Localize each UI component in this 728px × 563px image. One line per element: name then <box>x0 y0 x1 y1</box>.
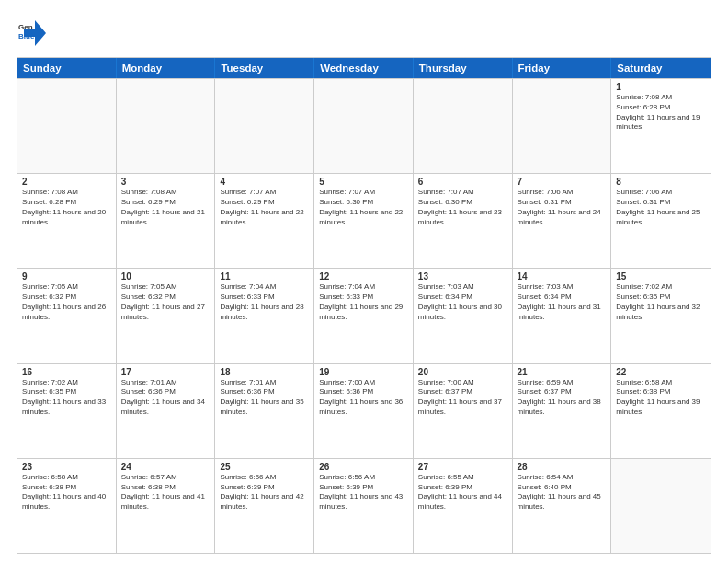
day-info: Sunrise: 7:07 AM Sunset: 6:30 PM Dayligh… <box>418 188 507 227</box>
day-number: 6 <box>418 177 507 187</box>
day-cell-2: 2Sunrise: 7:08 AM Sunset: 6:28 PM Daylig… <box>17 174 117 268</box>
day-cell-22: 22Sunrise: 6:58 AM Sunset: 6:38 PM Dayli… <box>611 364 711 458</box>
empty-cell <box>17 79 117 173</box>
day-info: Sunrise: 6:59 AM Sunset: 6:37 PM Dayligh… <box>518 378 607 418</box>
empty-cell <box>414 79 513 173</box>
weekday-header-saturday: Saturday <box>611 58 711 78</box>
week-row-4: 16Sunrise: 7:02 AM Sunset: 6:35 PM Dayli… <box>17 363 711 458</box>
day-cell-17: 17Sunrise: 7:01 AM Sunset: 6:36 PM Dayli… <box>117 364 216 458</box>
day-cell-19: 19Sunrise: 7:00 AM Sunset: 6:36 PM Dayli… <box>314 364 414 458</box>
weekday-header-tuesday: Tuesday <box>215 58 314 78</box>
week-row-1: 1Sunrise: 7:08 AM Sunset: 6:28 PM Daylig… <box>17 78 711 173</box>
day-cell-18: 18Sunrise: 7:01 AM Sunset: 6:36 PM Dayli… <box>215 364 314 458</box>
week-row-2: 2Sunrise: 7:08 AM Sunset: 6:28 PM Daylig… <box>17 173 711 268</box>
logo-icon: Gen Blue <box>17 17 50 50</box>
day-info: Sunrise: 7:08 AM Sunset: 6:28 PM Dayligh… <box>616 93 706 132</box>
day-number: 25 <box>220 462 309 472</box>
day-number: 21 <box>518 367 607 377</box>
day-info: Sunrise: 7:00 AM Sunset: 6:37 PM Dayligh… <box>418 378 507 418</box>
day-number: 18 <box>220 367 309 377</box>
day-cell-6: 6Sunrise: 7:07 AM Sunset: 6:30 PM Daylig… <box>414 174 513 268</box>
day-info: Sunrise: 6:56 AM Sunset: 6:39 PM Dayligh… <box>319 473 408 512</box>
day-cell-5: 5Sunrise: 7:07 AM Sunset: 6:30 PM Daylig… <box>314 174 414 268</box>
day-number: 22 <box>616 367 706 377</box>
day-number: 10 <box>121 271 210 282</box>
day-cell-4: 4Sunrise: 7:07 AM Sunset: 6:29 PM Daylig… <box>215 174 314 268</box>
day-info: Sunrise: 6:56 AM Sunset: 6:39 PM Dayligh… <box>220 473 309 512</box>
day-info: Sunrise: 7:07 AM Sunset: 6:30 PM Dayligh… <box>319 188 408 227</box>
day-info: Sunrise: 7:01 AM Sunset: 6:36 PM Dayligh… <box>121 378 210 418</box>
day-info: Sunrise: 6:54 AM Sunset: 6:40 PM Dayligh… <box>518 473 607 512</box>
day-cell-13: 13Sunrise: 7:03 AM Sunset: 6:34 PM Dayli… <box>414 269 513 362</box>
calendar-header: SundayMondayTuesdayWednesdayThursdayFrid… <box>17 58 711 78</box>
page: Gen Blue SundayMondayTuesdayWednesdayThu… <box>0 0 728 563</box>
day-info: Sunrise: 7:08 AM Sunset: 6:29 PM Dayligh… <box>121 188 210 227</box>
day-info: Sunrise: 7:03 AM Sunset: 6:34 PM Dayligh… <box>518 282 607 322</box>
week-row-3: 9Sunrise: 7:05 AM Sunset: 6:32 PM Daylig… <box>17 268 711 362</box>
svg-text:Gen: Gen <box>18 23 33 31</box>
day-info: Sunrise: 6:55 AM Sunset: 6:39 PM Dayligh… <box>418 473 507 512</box>
day-cell-26: 26Sunrise: 6:56 AM Sunset: 6:39 PM Dayli… <box>314 459 414 553</box>
day-info: Sunrise: 6:58 AM Sunset: 6:38 PM Dayligh… <box>616 378 706 418</box>
day-number: 8 <box>616 177 706 187</box>
day-cell-15: 15Sunrise: 7:02 AM Sunset: 6:35 PM Dayli… <box>611 269 711 362</box>
day-cell-28: 28Sunrise: 6:54 AM Sunset: 6:40 PM Dayli… <box>513 459 612 553</box>
empty-cell <box>215 79 314 173</box>
day-info: Sunrise: 7:00 AM Sunset: 6:36 PM Dayligh… <box>319 378 408 418</box>
day-cell-23: 23Sunrise: 6:58 AM Sunset: 6:38 PM Dayli… <box>17 459 117 553</box>
day-cell-3: 3Sunrise: 7:08 AM Sunset: 6:29 PM Daylig… <box>117 174 216 268</box>
day-info: Sunrise: 7:06 AM Sunset: 6:31 PM Dayligh… <box>616 188 706 227</box>
empty-cell <box>611 459 711 553</box>
day-cell-10: 10Sunrise: 7:05 AM Sunset: 6:32 PM Dayli… <box>117 269 216 362</box>
day-info: Sunrise: 7:03 AM Sunset: 6:34 PM Dayligh… <box>418 282 507 322</box>
day-number: 28 <box>518 462 607 472</box>
day-number: 12 <box>319 271 408 282</box>
day-number: 27 <box>418 462 507 472</box>
day-cell-20: 20Sunrise: 7:00 AM Sunset: 6:37 PM Dayli… <box>414 364 513 458</box>
day-number: 24 <box>121 462 210 472</box>
day-info: Sunrise: 7:02 AM Sunset: 6:35 PM Dayligh… <box>616 282 706 322</box>
weekday-header-sunday: Sunday <box>17 58 117 78</box>
day-info: Sunrise: 6:57 AM Sunset: 6:38 PM Dayligh… <box>121 473 210 512</box>
day-info: Sunrise: 7:04 AM Sunset: 6:33 PM Dayligh… <box>319 282 408 322</box>
day-number: 15 <box>616 271 706 282</box>
weekday-header-thursday: Thursday <box>414 58 513 78</box>
day-cell-8: 8Sunrise: 7:06 AM Sunset: 6:31 PM Daylig… <box>611 174 711 268</box>
day-cell-9: 9Sunrise: 7:05 AM Sunset: 6:32 PM Daylig… <box>17 269 117 362</box>
week-row-5: 23Sunrise: 6:58 AM Sunset: 6:38 PM Dayli… <box>17 458 711 553</box>
empty-cell <box>513 79 612 173</box>
day-cell-24: 24Sunrise: 6:57 AM Sunset: 6:38 PM Dayli… <box>117 459 216 553</box>
day-number: 14 <box>518 271 607 282</box>
day-number: 11 <box>220 271 309 282</box>
header: Gen Blue <box>17 17 711 50</box>
empty-cell <box>117 79 216 173</box>
day-info: Sunrise: 7:01 AM Sunset: 6:36 PM Dayligh… <box>220 378 309 418</box>
day-number: 26 <box>319 462 408 472</box>
day-number: 2 <box>22 177 111 187</box>
weekday-header-friday: Friday <box>513 58 612 78</box>
day-info: Sunrise: 7:08 AM Sunset: 6:28 PM Dayligh… <box>22 188 111 227</box>
day-number: 23 <box>22 462 111 472</box>
weekday-header-monday: Monday <box>117 58 216 78</box>
day-number: 1 <box>616 82 706 92</box>
logo: Gen Blue <box>17 17 50 50</box>
day-info: Sunrise: 7:06 AM Sunset: 6:31 PM Dayligh… <box>518 188 607 227</box>
day-cell-16: 16Sunrise: 7:02 AM Sunset: 6:35 PM Dayli… <box>17 364 117 458</box>
day-info: Sunrise: 6:58 AM Sunset: 6:38 PM Dayligh… <box>22 473 111 512</box>
day-cell-1: 1Sunrise: 7:08 AM Sunset: 6:28 PM Daylig… <box>611 79 711 173</box>
day-number: 5 <box>319 177 408 187</box>
day-info: Sunrise: 7:02 AM Sunset: 6:35 PM Dayligh… <box>22 378 111 418</box>
day-info: Sunrise: 7:05 AM Sunset: 6:32 PM Dayligh… <box>22 282 111 322</box>
day-cell-7: 7Sunrise: 7:06 AM Sunset: 6:31 PM Daylig… <box>513 174 612 268</box>
day-cell-12: 12Sunrise: 7:04 AM Sunset: 6:33 PM Dayli… <box>314 269 414 362</box>
day-number: 19 <box>319 367 408 377</box>
day-number: 9 <box>22 271 111 282</box>
weekday-header-wednesday: Wednesday <box>314 58 414 78</box>
day-number: 13 <box>418 271 507 282</box>
calendar-body: 1Sunrise: 7:08 AM Sunset: 6:28 PM Daylig… <box>17 78 711 553</box>
day-cell-25: 25Sunrise: 6:56 AM Sunset: 6:39 PM Dayli… <box>215 459 314 553</box>
day-cell-21: 21Sunrise: 6:59 AM Sunset: 6:37 PM Dayli… <box>513 364 612 458</box>
day-number: 7 <box>518 177 607 187</box>
day-number: 3 <box>121 177 210 187</box>
day-info: Sunrise: 7:05 AM Sunset: 6:32 PM Dayligh… <box>121 282 210 322</box>
